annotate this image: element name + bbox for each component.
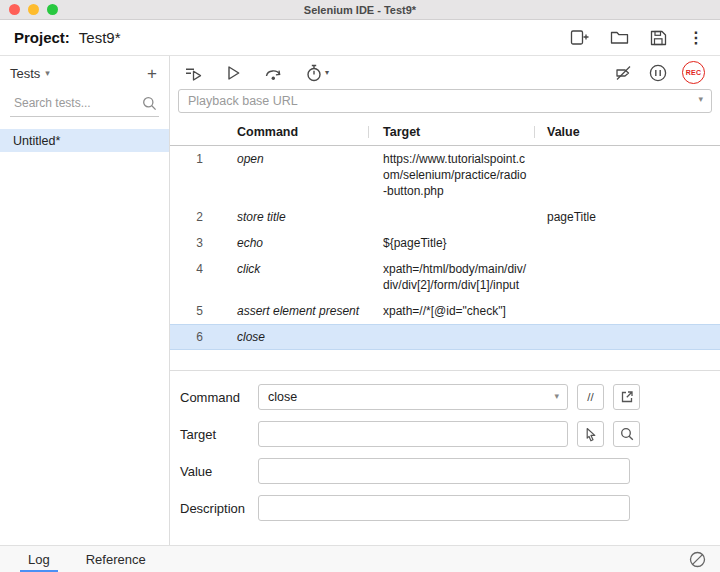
row-target: xpath=/html/body/main/div/div/div[2]/for… (368, 261, 534, 293)
traffic-lights (9, 4, 58, 15)
target-field-label: Target (180, 427, 258, 442)
toolbar-right-group: REC (613, 61, 705, 84)
open-project-button[interactable] (608, 28, 631, 47)
kebab-menu-icon: ⋮ (688, 30, 704, 46)
value-field-label: Value (180, 464, 258, 479)
chevron-down-icon[interactable]: ▾ (698, 94, 703, 104)
table-row[interactable]: 3 echo ${pageTitle} (170, 230, 720, 256)
zoom-window-button[interactable] (47, 4, 58, 15)
titlebar: Selenium IDE - Test9* (0, 0, 720, 20)
row-value (534, 329, 720, 345)
disable-breakpoints-icon (615, 65, 632, 81)
row-value (534, 235, 720, 251)
add-test-button[interactable]: + (145, 65, 159, 82)
row-target (368, 329, 534, 345)
row-command: assert element present (218, 303, 368, 319)
row-number: 3 (170, 235, 218, 251)
row-target: xpath=//*[@id="check"] (368, 303, 534, 319)
project-label: Project: (14, 29, 70, 46)
step-over-button[interactable] (262, 63, 285, 83)
footer-bar: Log Reference (0, 545, 720, 572)
pause-on-exceptions-button[interactable] (647, 62, 669, 84)
row-target: ${pageTitle} (368, 235, 534, 251)
row-number-column-header (170, 125, 218, 139)
row-number: 4 (170, 261, 218, 293)
row-command: echo (218, 235, 368, 251)
value-form-row: Value (180, 458, 720, 484)
command-select[interactable]: close ▾ (258, 384, 568, 410)
circle-slash-icon (689, 551, 706, 568)
save-project-button[interactable] (648, 28, 669, 48)
table-rows: 1 open https://www.tutorialspoint.com/se… (170, 146, 720, 350)
value-column-header: Value (534, 125, 720, 139)
close-window-button[interactable] (9, 4, 20, 15)
command-field-label: Command (180, 390, 258, 405)
row-number: 1 (170, 151, 218, 199)
disable-breakpoints-button[interactable] (613, 63, 634, 83)
select-target-button[interactable] (577, 421, 604, 447)
find-target-button[interactable] (613, 421, 640, 447)
command-form-row: Command close ▾ // (180, 384, 720, 410)
run-all-tests-button[interactable] (182, 63, 205, 83)
target-input[interactable] (258, 421, 568, 447)
tests-header: Tests ▾ + (0, 56, 169, 86)
pause-circle-icon (649, 64, 667, 82)
tests-label: Tests (10, 66, 40, 81)
table-row[interactable]: 2 store title pageTitle (170, 204, 720, 230)
search-tests-input[interactable] (12, 95, 142, 111)
table-row[interactable]: 4 click xpath=/html/body/main/div/div/di… (170, 256, 720, 298)
row-command: store title (218, 209, 368, 225)
command-column-header: Command (218, 125, 368, 139)
command-select-value: close (268, 390, 297, 404)
clear-log-button[interactable] (687, 549, 708, 570)
project-name: Test9* (79, 29, 121, 46)
save-icon (650, 30, 667, 46)
comment-toggle-button[interactable]: // (577, 384, 604, 410)
command-table: Command Target Value 1 open https://www.… (170, 121, 720, 370)
row-value: pageTitle (534, 209, 720, 225)
project-header: Project: Test9* ⋮ (0, 20, 720, 56)
record-button[interactable]: REC (682, 61, 705, 84)
chevron-down-icon: ▾ (325, 68, 329, 77)
target-column-header: Target (368, 125, 534, 139)
selenium-ide-window: Selenium IDE - Test9* Project: Test9* (0, 0, 720, 572)
row-number: 2 (170, 209, 218, 225)
row-target: https://www.tutorialspoint.com/selenium/… (368, 151, 534, 199)
row-command: click (218, 261, 368, 293)
value-input[interactable] (258, 458, 630, 484)
description-field-label: Description (180, 501, 258, 516)
new-project-button[interactable] (568, 27, 591, 48)
tests-dropdown-caret-icon[interactable]: ▾ (45, 68, 50, 78)
step-over-icon (264, 65, 283, 81)
test-list-item[interactable]: Untitled* (0, 129, 169, 152)
test-speed-button[interactable]: ▾ (304, 62, 331, 84)
test-list: Untitled* (0, 129, 169, 152)
new-project-icon (570, 29, 589, 46)
search-icon (620, 427, 634, 441)
search-icon (142, 96, 157, 111)
tab-log[interactable]: Log (10, 546, 68, 572)
minimize-window-button[interactable] (28, 4, 39, 15)
open-reference-button[interactable] (613, 384, 640, 410)
row-number: 6 (170, 329, 218, 345)
project-actions: ⋮ (568, 27, 706, 48)
row-value (534, 303, 720, 319)
description-form-row: Description (180, 495, 720, 521)
run-current-test-button[interactable] (224, 63, 243, 83)
row-target (368, 209, 534, 225)
row-number: 5 (170, 303, 218, 319)
playback-base-url-input[interactable] (178, 89, 712, 113)
stopwatch-icon (306, 64, 322, 82)
description-input[interactable] (258, 495, 630, 521)
main-panel: ▾ REC (170, 56, 720, 545)
tests-sidebar: Tests ▾ + Untitled* (0, 56, 170, 545)
tab-reference[interactable]: Reference (68, 546, 164, 572)
row-value (534, 261, 720, 293)
more-options-button[interactable]: ⋮ (686, 28, 706, 48)
open-external-icon (620, 390, 634, 404)
table-row[interactable]: 5 assert element present xpath=//*[@id="… (170, 298, 720, 324)
table-row-selected[interactable]: 6 close (170, 324, 720, 350)
table-row[interactable]: 1 open https://www.tutorialspoint.com/se… (170, 146, 720, 204)
cursor-icon (584, 427, 597, 442)
row-value (534, 151, 720, 199)
